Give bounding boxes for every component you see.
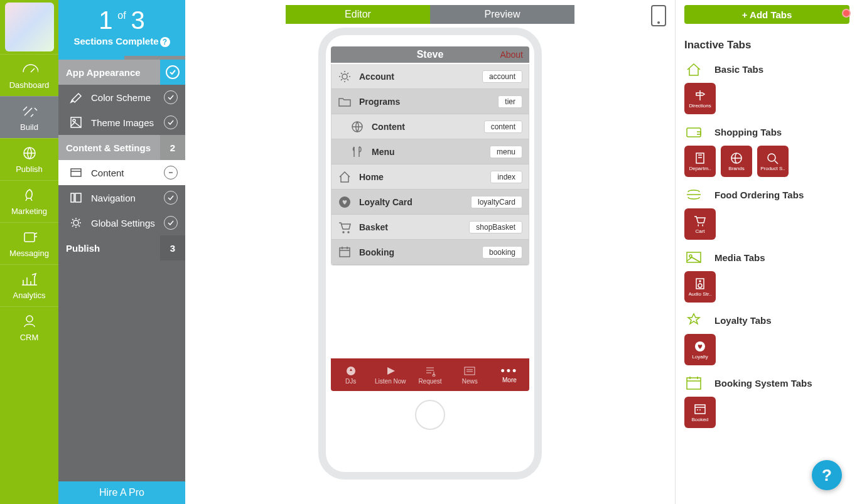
tile-audio[interactable]: Audio Str.. — [684, 271, 716, 303]
rocket-icon — [21, 188, 38, 202]
nav-build[interactable]: Build — [0, 96, 58, 138]
help-icon[interactable]: ? — [160, 37, 170, 47]
svg-point-9 — [342, 74, 347, 79]
item-global-settings[interactable]: Global Settings — [58, 210, 185, 235]
svg-point-22 — [698, 284, 702, 287]
globe-icon — [21, 146, 38, 160]
globe-icon — [350, 120, 364, 134]
tile-brands[interactable]: Brands — [721, 146, 752, 177]
svg-rect-7 — [75, 193, 81, 202]
row-name: Booking — [359, 247, 394, 257]
sections-panel: 1 of 3 Sections Complete? App Appearance… — [58, 0, 185, 504]
svg-rect-26 — [695, 405, 705, 414]
center-area: Editor Preview Steve About Account accou… — [185, 0, 675, 504]
nav-marketing[interactable]: Marketing — [0, 180, 58, 222]
phone-blank — [331, 265, 529, 358]
app-logo[interactable] — [5, 3, 54, 51]
tile-cart[interactable]: Cart — [684, 208, 716, 240]
tab-row-loyalty[interactable]: Loyalty Card loyaltyCard — [331, 190, 529, 215]
row-tag: index — [490, 171, 522, 183]
tabbar-more[interactable]: •••More — [490, 367, 529, 383]
columns-icon — [70, 191, 82, 204]
item-theme-images[interactable]: Theme Images — [58, 110, 185, 135]
hire-a-pro-button[interactable]: Hire A Pro — [58, 481, 185, 504]
nav-publish[interactable]: Publish — [0, 138, 58, 180]
item-content[interactable]: Content — [58, 160, 185, 185]
globe-icon — [730, 152, 743, 164]
tile-directions[interactable]: Directions — [684, 83, 716, 114]
nav-label: Analytics — [0, 291, 58, 300]
svg-point-18 — [768, 154, 775, 161]
progress-of: of — [117, 10, 126, 21]
phone-header: Steve About — [331, 46, 529, 63]
calendar-icon — [338, 245, 352, 259]
section-app-appearance[interactable]: App Appearance — [58, 60, 185, 85]
cart-icon — [338, 220, 352, 234]
svg-point-8 — [73, 220, 78, 225]
item-color-scheme[interactable]: Color Scheme — [58, 85, 185, 110]
search-icon — [766, 152, 780, 164]
tab-row-booking[interactable]: Booking booking — [331, 240, 529, 265]
item-label: Navigation — [91, 193, 136, 203]
home-icon — [338, 170, 352, 184]
tab-row-account[interactable]: Account account — [331, 64, 529, 89]
row-tag: menu — [490, 146, 522, 158]
cart-icon — [693, 215, 707, 227]
row-name: Account — [359, 72, 394, 82]
device-icon[interactable] — [651, 5, 666, 26]
nav-label: CRM — [0, 333, 58, 342]
nav-crm[interactable]: CRM — [0, 306, 58, 348]
section-publish[interactable]: Publish 3 — [58, 235, 185, 260]
gear-icon — [70, 217, 82, 229]
phone-about-link[interactable]: About — [500, 50, 523, 60]
tab-row-home[interactable]: Home index — [331, 164, 529, 190]
nav-dashboard[interactable]: Dashboard — [0, 54, 58, 96]
calendar-icon — [686, 375, 702, 390]
svg-rect-12 — [340, 248, 350, 257]
progress-label: Sections Complete — [73, 36, 158, 46]
row-name: Home — [359, 172, 384, 182]
photo-icon — [686, 250, 702, 265]
tab-preview[interactable]: Preview — [430, 5, 574, 24]
tile-loyalty[interactable]: Loyalty — [684, 334, 716, 365]
tile-product-search[interactable]: Product S.. — [757, 146, 789, 177]
svg-rect-25 — [687, 378, 701, 389]
tabbar-news[interactable]: News — [450, 365, 490, 385]
tabbar-listen[interactable]: Listen Now — [370, 365, 410, 385]
add-tabs-button[interactable]: + Add Tabs — [684, 5, 849, 24]
help-fab[interactable]: ? — [812, 460, 842, 490]
cat-label: Media Tabs — [714, 252, 765, 263]
item-label: Theme Images — [91, 117, 154, 128]
section-badge: 3 — [160, 235, 185, 260]
nav-label: Marketing — [0, 206, 58, 216]
tab-row-content[interactable]: Content content — [331, 114, 529, 139]
row-name: Content — [372, 122, 405, 132]
nav-analytics[interactable]: Analytics — [0, 264, 58, 306]
row-tag: booking — [482, 246, 522, 259]
tab-editor[interactable]: Editor — [286, 5, 430, 24]
tabbar-request[interactable]: Request — [410, 365, 450, 385]
mode-tabs: Editor Preview — [286, 5, 574, 24]
wallet-icon — [686, 124, 702, 139]
section-content-settings[interactable]: Content & Settings 2 — [58, 135, 185, 160]
item-navigation[interactable]: Navigation — [58, 185, 185, 210]
right-panel: + Add Tabs Inactive Tabs Basic Tabs Dire… — [675, 0, 857, 504]
tab-list: Account account Programs tier Content co… — [331, 64, 529, 265]
section-label: Content & Settings — [66, 142, 151, 153]
tab-row-menu[interactable]: Menu menu — [331, 139, 529, 164]
cat-label: Shopping Tabs — [714, 127, 782, 137]
tab-row-basket[interactable]: Basket shopBasket — [331, 215, 529, 240]
svg-point-2 — [26, 316, 33, 322]
row-tag: account — [482, 70, 522, 83]
tab-row-programs[interactable]: Programs tier — [331, 89, 529, 114]
tile-booked[interactable]: Booked — [684, 397, 716, 428]
row-name: Menu — [372, 147, 395, 157]
image-icon — [70, 116, 82, 129]
tile-departments[interactable]: Departm.. — [684, 146, 716, 177]
svg-rect-6 — [71, 193, 74, 202]
tabbar-djs[interactable]: DJs — [331, 365, 370, 385]
gear-icon — [338, 70, 352, 83]
badge-icon — [686, 313, 702, 328]
chart-icon — [21, 272, 38, 286]
nav-messaging[interactable]: Messaging — [0, 222, 58, 264]
